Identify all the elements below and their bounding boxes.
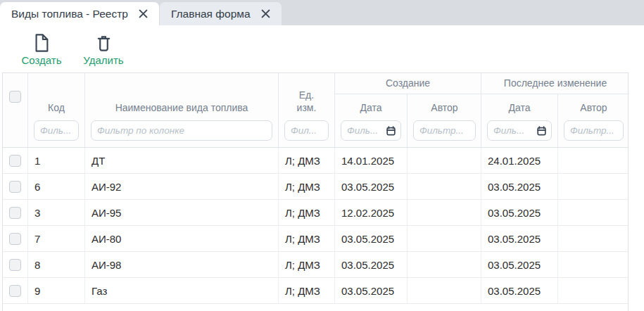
table-row[interactable]: 7 АИ-80 Л; ДМЗ 03.05.2025 03.05.2025 bbox=[3, 226, 628, 252]
cell-created-author bbox=[408, 226, 481, 251]
cell-modified-author bbox=[558, 278, 629, 303]
column-label: Автор bbox=[580, 102, 607, 115]
cell-modified-date: 24.01.2025 bbox=[481, 148, 558, 173]
row-checkbox[interactable] bbox=[9, 233, 21, 245]
group-title: Последнее изменение bbox=[481, 73, 629, 94]
row-checkbox-cell bbox=[3, 278, 28, 303]
cell-modified-date: 03.05.2025 bbox=[481, 278, 558, 303]
cell-code: 6 bbox=[28, 174, 85, 199]
code-filter-input[interactable] bbox=[34, 120, 79, 141]
column-label: Код bbox=[48, 102, 65, 115]
cell-code: 7 bbox=[28, 226, 85, 251]
grid-body: 1 ДТ Л; ДМЗ 14.01.2025 24.01.2025 6 АИ-9… bbox=[3, 148, 628, 304]
column-header-created-date: Дата bbox=[335, 94, 408, 147]
cell-created-author bbox=[408, 200, 481, 225]
row-checkbox[interactable] bbox=[9, 155, 21, 167]
cell-created-author bbox=[408, 148, 481, 173]
cell-name: АИ-92 bbox=[85, 174, 279, 199]
row-checkbox-cell bbox=[3, 174, 28, 199]
cell-unit: Л; ДМЗ bbox=[279, 148, 335, 173]
row-checkbox[interactable] bbox=[9, 181, 21, 193]
name-filter-input[interactable] bbox=[91, 120, 272, 141]
table-row[interactable]: 8 АИ-98 Л; ДМЗ 03.05.2025 03.05.2025 bbox=[3, 252, 628, 278]
cell-unit: Л; ДМЗ bbox=[279, 252, 335, 277]
close-icon[interactable] bbox=[261, 9, 270, 18]
column-header-modified-date: Дата bbox=[481, 94, 558, 147]
column-header-modified-author: Автор bbox=[558, 94, 629, 147]
cell-created-date: 14.01.2025 bbox=[335, 148, 408, 173]
tab-fuel-types-registry[interactable]: Виды топлива - Реестр bbox=[0, 2, 159, 25]
table-row[interactable]: 1 ДТ Л; ДМЗ 14.01.2025 24.01.2025 bbox=[3, 148, 628, 174]
column-header-code: Код bbox=[28, 73, 85, 147]
cell-modified-author bbox=[558, 200, 629, 225]
cell-created-date: 03.05.2025 bbox=[335, 278, 408, 303]
table-row[interactable]: 3 АИ-95 Л; ДМЗ 12.02.2025 03.05.2025 bbox=[3, 200, 628, 226]
cell-unit: Л; ДМЗ bbox=[279, 174, 335, 199]
cell-name: Газ bbox=[85, 278, 279, 303]
calendar-icon[interactable] bbox=[536, 125, 547, 136]
select-all-cell bbox=[3, 73, 28, 147]
cell-modified-author bbox=[558, 226, 629, 251]
cell-code: 1 bbox=[28, 148, 85, 173]
trash-icon bbox=[96, 33, 112, 52]
column-label: Дата bbox=[360, 102, 381, 115]
cell-modified-author bbox=[558, 148, 629, 173]
column-header-unit: Ед. изм. bbox=[279, 73, 335, 147]
unit-filter-input[interactable] bbox=[284, 120, 329, 141]
row-checkbox-cell bbox=[3, 200, 28, 225]
row-checkbox-cell bbox=[3, 252, 28, 277]
delete-button[interactable]: Удалить bbox=[79, 33, 128, 66]
toolbar: Создать Удалить bbox=[0, 25, 644, 72]
cell-name: АИ-95 bbox=[85, 200, 279, 225]
tab-main-form[interactable]: Главная форма bbox=[160, 2, 282, 25]
modified-author-filter-input[interactable] bbox=[564, 120, 624, 141]
column-group-creation: Создание Дата bbox=[335, 73, 481, 147]
grid-header: Код Наименование вида топлива Ед. изм. С… bbox=[3, 73, 628, 148]
row-checkbox[interactable] bbox=[9, 285, 21, 297]
new-document-icon bbox=[33, 33, 50, 52]
cell-created-date: 03.05.2025 bbox=[335, 174, 408, 199]
cell-code: 9 bbox=[28, 278, 85, 303]
close-icon[interactable] bbox=[139, 9, 148, 18]
fuel-types-grid: Код Наименование вида топлива Ед. изм. С… bbox=[2, 72, 629, 311]
column-label: Наименование вида топлива bbox=[115, 102, 248, 115]
column-label: Ед. изм. bbox=[297, 89, 317, 114]
row-checkbox-cell bbox=[3, 226, 28, 251]
cell-code: 3 bbox=[28, 200, 85, 225]
calendar-icon[interactable] bbox=[386, 125, 396, 136]
column-label: Дата bbox=[508, 102, 530, 115]
group-title: Создание bbox=[335, 73, 481, 94]
create-button[interactable]: Создать bbox=[17, 33, 66, 66]
cell-created-date: 03.05.2025 bbox=[335, 252, 408, 277]
table-row[interactable]: 9 Газ Л; ДМЗ 03.05.2025 03.05.2025 bbox=[3, 278, 628, 304]
column-header-created-author: Автор bbox=[408, 94, 481, 147]
create-button-label: Создать bbox=[21, 54, 61, 66]
row-checkbox-cell bbox=[3, 148, 28, 173]
table-row[interactable]: 6 АИ-92 Л; ДМЗ 03.05.2025 03.05.2025 bbox=[3, 174, 628, 200]
created-author-filter-input[interactable] bbox=[413, 120, 476, 141]
cell-name: АИ-98 bbox=[85, 252, 279, 277]
cell-unit: Л; ДМЗ bbox=[279, 226, 335, 251]
cell-created-author bbox=[408, 278, 481, 303]
cell-name: ДТ bbox=[85, 148, 279, 173]
column-group-last-modified: Последнее изменение Дата bbox=[481, 73, 629, 147]
row-checkbox[interactable] bbox=[9, 207, 21, 219]
cell-code: 8 bbox=[28, 252, 85, 277]
row-checkbox[interactable] bbox=[9, 259, 21, 271]
column-header-name: Наименование вида топлива bbox=[85, 73, 279, 147]
tab-bar: Виды топлива - Реестр Главная форма bbox=[0, 0, 644, 25]
cell-modified-date: 03.05.2025 bbox=[481, 226, 558, 251]
tab-label: Главная форма bbox=[171, 8, 251, 20]
cell-modified-author bbox=[558, 174, 629, 199]
cell-created-author bbox=[408, 174, 481, 199]
tab-label: Виды топлива - Реестр bbox=[11, 8, 128, 20]
cell-modified-date: 03.05.2025 bbox=[481, 200, 558, 225]
cell-created-author bbox=[408, 252, 481, 277]
cell-name: АИ-80 bbox=[85, 226, 279, 251]
select-all-checkbox[interactable] bbox=[9, 91, 21, 103]
delete-button-label: Удалить bbox=[83, 54, 123, 66]
cell-modified-date: 03.05.2025 bbox=[481, 174, 558, 199]
column-label: Автор bbox=[431, 102, 457, 115]
cell-unit: Л; ДМЗ bbox=[279, 200, 335, 225]
cell-modified-author bbox=[558, 252, 629, 277]
